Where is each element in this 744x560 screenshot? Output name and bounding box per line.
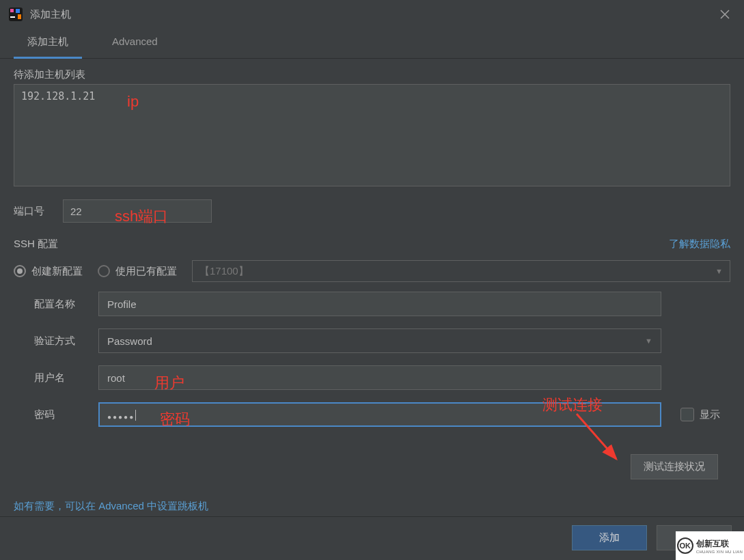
radio-existing-config[interactable]: 使用已有配置 — [98, 265, 177, 278]
svg-rect-3 — [16, 9, 20, 13]
window-title: 添加主机 — [30, 8, 71, 21]
password-mask: ●●●●● — [107, 413, 135, 421]
ssh-section-title: SSH 配置 — [14, 238, 58, 251]
show-password-checkbox[interactable] — [680, 408, 694, 421]
password-label: 密码 — [34, 408, 87, 421]
svg-rect-4 — [18, 14, 21, 19]
auth-method-select[interactable]: Password ▼ — [98, 328, 661, 353]
radio-icon-checked — [14, 265, 26, 277]
auth-method-value: Password — [107, 335, 152, 347]
text-caret — [135, 410, 136, 421]
watermark-sub: CHUANG XIN HU LIAN — [696, 550, 743, 554]
test-connection-button[interactable]: 测试连接状况 — [631, 454, 718, 479]
password-input[interactable]: ●●●●● — [98, 402, 661, 427]
profile-placeholder: 【17100】 — [199, 265, 249, 278]
radio-existing-label: 使用已有配置 — [115, 265, 177, 278]
profile-name-input[interactable] — [98, 292, 661, 316]
close-icon — [720, 10, 730, 19]
host-list-label: 待添加主机列表 — [14, 68, 730, 81]
port-label: 端口号 — [14, 205, 53, 218]
tab-bar: 添加主机 Advanced — [0, 29, 744, 59]
watermark-brand: 创新互联 — [696, 538, 743, 550]
close-button[interactable] — [714, 3, 736, 25]
tab-advanced[interactable]: Advanced — [98, 29, 171, 58]
title-bar: 添加主机 — [0, 0, 744, 29]
add-button[interactable]: 添加 — [572, 525, 647, 550]
username-label: 用户名 — [34, 372, 87, 384]
host-list-textarea[interactable] — [14, 84, 730, 186]
radio-new-label: 创建新配置 — [31, 265, 83, 278]
watermark: OK 创新互联 CHUANG XIN HU LIAN — [676, 531, 744, 560]
port-input[interactable] — [63, 199, 212, 223]
profile-name-label: 配置名称 — [34, 298, 87, 311]
radio-new-config[interactable]: 创建新配置 — [14, 265, 83, 278]
chevron-down-icon: ▼ — [645, 337, 652, 345]
radio-icon-unchecked — [98, 265, 110, 277]
dialog-footer: 添加 取消 — [0, 516, 744, 560]
show-password-label: 显示 — [700, 408, 720, 421]
existing-profile-select[interactable]: 【17100】 ▼ — [192, 260, 730, 282]
privacy-link[interactable]: 了解数据隐私 — [669, 238, 730, 251]
watermark-logo: OK — [677, 537, 693, 554]
auth-method-label: 验证方式 — [34, 335, 87, 348]
tab-add-host[interactable]: 添加主机 — [14, 29, 82, 58]
advanced-hint[interactable]: 如有需要，可以在 Advanced 中设置跳板机 — [14, 500, 730, 513]
username-input[interactable] — [98, 365, 661, 390]
svg-rect-1 — [10, 9, 14, 12]
svg-rect-2 — [10, 16, 15, 18]
app-icon — [8, 7, 23, 22]
chevron-down-icon: ▼ — [715, 267, 723, 275]
